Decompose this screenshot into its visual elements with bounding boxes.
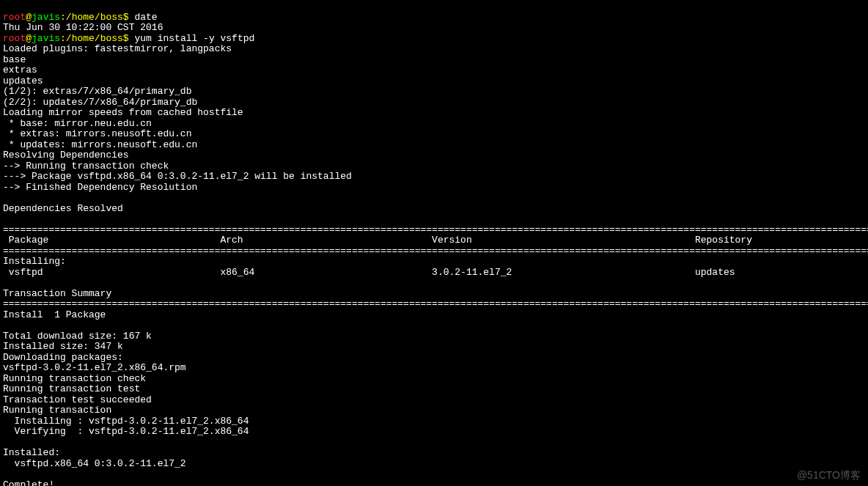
line: --> Finished Dependency Resolution (3, 182, 197, 193)
line: * base: mirror.neu.edu.cn (3, 118, 152, 129)
date-output: Thu Jun 30 10:22:00 CST 2016 (3, 22, 163, 33)
table-row: vsftpd x86_64 3.0.2-11.el7_2 updates 167… (3, 267, 868, 278)
line: extras | 3.4 kB 00:00:00 (3, 65, 868, 76)
line: * updates: mirrors.neusoft.edu.cn (3, 139, 197, 150)
prompt-path: :/home/boss$ (60, 33, 134, 44)
line: (1/2): extras/7/x86_64/primary_db | 149 … (3, 86, 868, 97)
prompt-at: @ (26, 33, 32, 44)
terminal-output[interactable]: root@javis:/home/boss$ date Thu Jun 30 1… (0, 0, 868, 486)
line: Transaction test succeeded (3, 394, 152, 405)
line: Loaded plugins: fastestmirror, langpacks (3, 43, 232, 54)
watermark: @51CTO博客 (797, 470, 861, 481)
cmd-yum: yum install -y vsftpd (134, 33, 254, 44)
line: Complete! (3, 479, 54, 487)
line: Running transaction (3, 405, 111, 416)
line: vsftpd.x86_64 0:3.0.2-11.el7_2 (3, 458, 186, 469)
line: Downloading packages: (3, 352, 123, 363)
line: Resolving Dependencies (3, 150, 129, 161)
line: --> Running transaction check (3, 161, 169, 172)
prompt-user: root (3, 12, 26, 23)
line: ---> Package vsftpd.x86_64 0:3.0.2-11.el… (3, 171, 352, 182)
prompt-host: javis (32, 33, 60, 44)
line: (2/2): updates/7/x86_64/primary_db | 5.7… (3, 97, 868, 108)
line: base | 3.6 kB 00:00:00 (3, 54, 868, 65)
line: Install 1 Package (3, 309, 106, 320)
line: Verifying : vsftpd-3.0.2-11.el7_2.x86_64… (3, 426, 868, 437)
prompt-path: :/home/boss$ (60, 12, 134, 23)
line: Running transaction test (3, 383, 140, 394)
line: Transaction Summary (3, 288, 111, 299)
prompt-at: @ (26, 12, 32, 23)
separator: ========================================… (3, 298, 868, 309)
separator: ========================================… (3, 246, 868, 257)
line: vsftpd-3.0.2-11.el7_2.x86_64.rpm | 167 k… (3, 362, 868, 373)
table-header: Package Arch Version Repository Size (3, 235, 868, 246)
prompt-user: root (3, 33, 26, 44)
prompt-host: javis (32, 12, 60, 23)
line: Total download size: 167 k (3, 331, 152, 342)
line: Installed size: 347 k (3, 341, 123, 352)
line: * extras: mirrors.neusoft.edu.cn (3, 128, 191, 139)
line: Loading mirror speeds from cached hostfi… (3, 107, 243, 118)
line: Installing : vsftpd-3.0.2-11.el7_2.x86_6… (3, 416, 868, 427)
line: Installed: (3, 447, 60, 458)
line: Running transaction check (3, 373, 146, 384)
line: Installing: (3, 256, 66, 267)
cmd-date: date (134, 12, 157, 23)
separator: ========================================… (3, 224, 868, 235)
line: updates | 3.4 kB 00:00:00 (3, 76, 868, 86)
line: Dependencies Resolved (3, 203, 123, 214)
